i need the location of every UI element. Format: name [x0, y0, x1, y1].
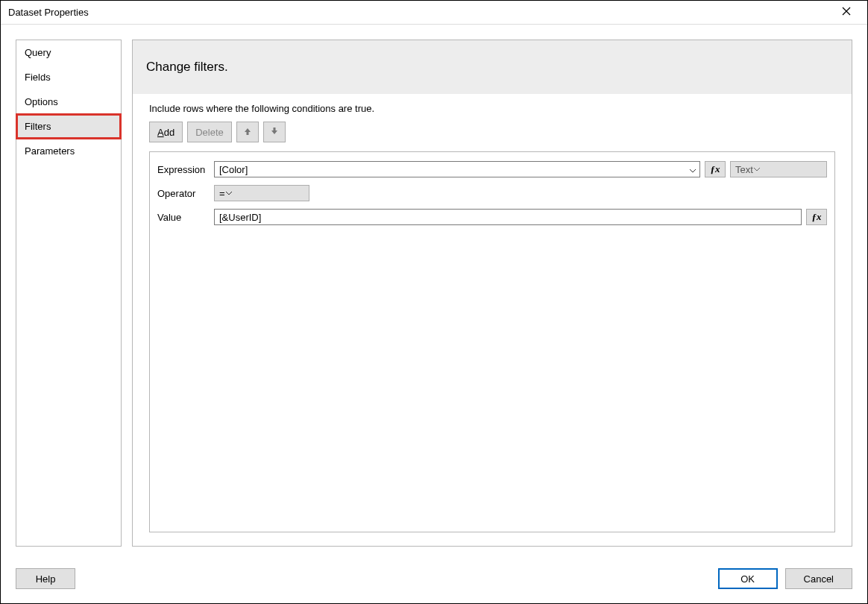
ok-button[interactable]: OK — [718, 568, 778, 589]
delete-button-label: Delete — [195, 127, 224, 138]
move-down-button[interactable] — [263, 122, 286, 142]
value-label: Value — [157, 212, 214, 223]
sidebar-item-options[interactable]: Options — [16, 89, 121, 114]
arrow-up-icon — [243, 127, 252, 138]
close-icon — [842, 7, 851, 18]
sidebar-item-parameters[interactable]: Parameters — [16, 139, 121, 163]
expression-fx-button[interactable]: ƒx — [705, 161, 726, 177]
cancel-button-label: Cancel — [804, 573, 834, 585]
intro-text: Include rows where the following conditi… — [149, 103, 841, 114]
cancel-button[interactable]: Cancel — [785, 568, 852, 589]
expression-value: [Color] — [219, 164, 248, 175]
main-panel: Change filters. Include rows where the f… — [132, 40, 852, 547]
footer: Help OK Cancel — [1, 561, 867, 603]
filter-toolbar: Add Delete — [149, 122, 841, 142]
help-button-label: Help — [36, 573, 56, 585]
window-title: Dataset Properties — [8, 7, 89, 18]
delete-button[interactable]: Delete — [187, 122, 232, 142]
fx-icon: ƒx — [812, 211, 822, 223]
operator-combo[interactable]: = — [214, 185, 309, 201]
chevron-down-icon — [225, 188, 233, 199]
type-value: Text — [735, 164, 753, 175]
sidebar-item-filters[interactable]: Filters — [16, 114, 121, 139]
sidebar-item-label: Fields — [25, 72, 51, 83]
operator-label: Operator — [157, 188, 214, 199]
filter-definition-area: Expression [Color] ƒx Text — [149, 151, 835, 532]
add-button[interactable]: Add — [149, 122, 183, 142]
fx-icon: ƒx — [711, 163, 720, 175]
sidebar-item-fields[interactable]: Fields — [16, 65, 121, 89]
main-body: Include rows where the following conditi… — [133, 94, 852, 546]
expression-row: Expression [Color] ƒx Text — [157, 161, 827, 177]
sidebar-item-label: Parameters — [25, 145, 75, 157]
arrow-down-icon — [270, 127, 279, 138]
main-heading: Change filters. — [133, 40, 852, 94]
chevron-down-icon — [689, 166, 696, 173]
expression-label: Expression — [157, 164, 214, 175]
value-input[interactable] — [214, 209, 802, 225]
operator-value: = — [219, 188, 225, 199]
titlebar: Dataset Properties — [1, 1, 867, 25]
sidebar-item-label: Filters — [25, 121, 51, 132]
sidebar-item-label: Query — [25, 47, 51, 58]
content-area: Query Fields Options Filters Parameters … — [1, 25, 867, 561]
ok-button-label: OK — [740, 573, 755, 585]
sidebar: Query Fields Options Filters Parameters — [16, 40, 122, 547]
expression-combo[interactable]: [Color] — [214, 161, 700, 177]
sidebar-item-label: Options — [25, 96, 58, 107]
type-combo[interactable]: Text — [730, 161, 827, 177]
chevron-down-icon — [753, 164, 761, 175]
add-button-underline: A — [157, 127, 164, 138]
operator-row: Operator = — [157, 185, 827, 201]
close-button[interactable] — [831, 2, 861, 23]
move-up-button[interactable] — [236, 122, 259, 142]
dataset-properties-window: Dataset Properties Query Fields Options … — [0, 0, 868, 604]
value-fx-button[interactable]: ƒx — [806, 209, 827, 225]
value-row: Value ƒx — [157, 209, 827, 225]
sidebar-item-query[interactable]: Query — [16, 40, 121, 65]
help-button[interactable]: Help — [16, 568, 75, 589]
